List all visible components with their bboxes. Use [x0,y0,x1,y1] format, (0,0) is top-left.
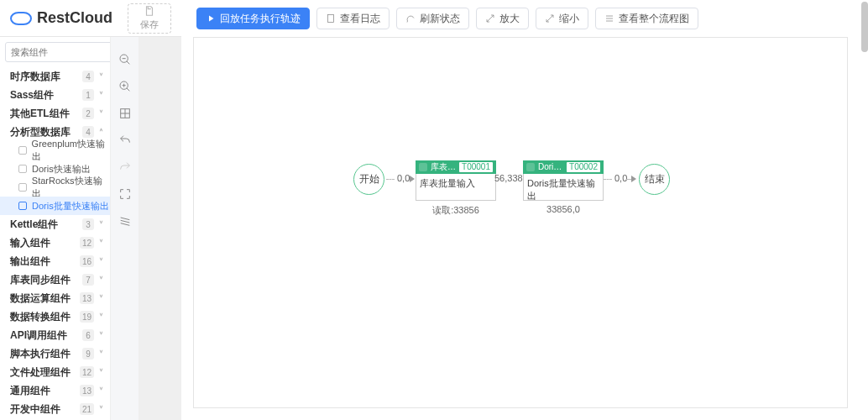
group-count: 1 [82,89,94,101]
sidebar-item[interactable]: Greenplum快速输出 [0,141,110,160]
group-count: 7 [82,274,94,286]
sidebar-group-head[interactable]: 库表同步组件7˅ [0,270,110,289]
group-title: 开发中组件 [10,402,80,417]
grid-icon[interactable] [118,213,133,228]
sidebar-group-head[interactable]: 开发中组件21˅ [0,400,110,418]
undo-icon[interactable] [118,133,133,148]
zoom-in-icon[interactable] [118,79,133,94]
group-title: 时序数据库 [10,70,82,84]
sidebar-item-label: Doris快速输出 [32,163,91,176]
sidebar-group-head[interactable]: API调用组件6˅ [0,326,110,344]
chevron-down-icon: ˅ [99,294,103,303]
sidebar-item-label: Doris批量快速输出 [32,200,109,213]
group-title: 文件处理组件 [10,365,80,380]
save-label: 保存 [140,18,159,31]
redo-icon[interactable] [118,160,133,175]
chevron-down-icon: ˅ [99,72,103,81]
svg-line-12 [120,218,129,220]
sidebar-group: 分析型数据库4˄Greenplum快速输出Doris快速输出StarRocks快… [0,123,110,215]
arrow-icon [631,176,636,182]
chevron-down-icon: ˅ [99,331,103,340]
whole-label: 查看整个流程图 [619,12,689,26]
canvas-toolbar: 回放任务执行轨迹 查看日志 刷新状态 放大 缩小 查看整个流程图 [181,0,868,37]
zoomin-button[interactable]: 放大 [476,8,529,29]
component-icon [18,165,27,173]
group-title: 数据运算组件 [10,291,80,306]
sidebar-group: 其他ETL组件2˅ [0,104,110,123]
task2-node[interactable]: Doris批量... T00002 Doris批量快速输出 33856,0 [523,160,604,214]
sidebar-group-head[interactable]: 通用组件13˅ [0,381,110,400]
task1-title: 库表批量输... [431,161,456,173]
sidebar-item[interactable]: Doris批量快速输出 [0,197,110,215]
sidebar-item[interactable]: StarRocks快速输出 [0,178,110,197]
sidebar-group-head[interactable]: 输入组件12˅ [0,234,110,252]
svg-line-13 [120,220,129,223]
zoomout-label: 缩小 [559,12,579,26]
group-count: 6 [82,329,94,341]
task2-title: Doris批量... [538,161,563,173]
replay-button[interactable]: 回放任务执行轨迹 [196,8,310,29]
group-title: 通用组件 [10,384,80,398]
sidebar-group: 输入组件12˅ [0,234,110,252]
chevron-up-icon: ˄ [99,128,103,137]
expand-icon [485,13,495,24]
sidebar-group-head[interactable]: Kettle组件3˅ [0,215,110,234]
sidebar-group: 库表同步组件7˅ [0,270,110,289]
group-count: 12 [80,366,94,378]
sidebar-sublist: Greenplum快速输出Doris快速输出StarRocks快速输出Doris… [0,141,110,215]
replay-label: 回放任务执行轨迹 [220,12,301,26]
sidebar-group: 脚本执行组件9˅ [0,344,110,363]
sidebar-group-head[interactable]: 数据转换组件19˅ [0,307,110,326]
zoom-out-icon[interactable] [118,52,133,67]
log-label: 查看日志 [340,12,380,26]
fullscreen-icon[interactable] [118,186,133,202]
zoomout-button[interactable]: 缩小 [536,8,588,29]
main-area: 回放任务执行轨迹 查看日志 刷新状态 放大 缩小 查看整个流程图 开始 0,0 [181,0,868,420]
task1-body: 库表批量输入 [416,174,496,201]
task1-node[interactable]: 库表批量输... T00001 库表批量输入 读取:33856 [416,160,496,217]
chevron-down-icon: ˅ [99,257,103,266]
svg-line-8 [127,88,129,91]
group-count: 12 [80,237,94,249]
file-icon [326,13,336,24]
start-label: 开始 [359,172,379,186]
sidebar-group-head[interactable]: 其他ETL组件2˅ [0,104,110,123]
search-input[interactable] [5,42,111,62]
task2-foot: 33856,0 [523,204,604,214]
group-title: 库表同步组件 [10,273,82,287]
sidebar-group: 文件处理组件12˅ [0,363,110,381]
flow-canvas[interactable]: 开始 0,0 库表批量输... T00001 库表批量输入 读取:33856 5… [193,37,848,408]
sidebar-group-head[interactable]: 时序数据库4˅ [0,67,110,86]
sidebar-group: 数据运算组件13˅ [0,289,110,307]
sidebar-group-head[interactable]: 脚本执行组件9˅ [0,344,110,363]
group-title: 分析型数据库 [10,125,82,139]
group-count: 4 [82,71,94,82]
chevron-down-icon: ˅ [99,109,103,118]
save-button[interactable]: 保存 [128,3,171,34]
whole-button[interactable]: 查看整个流程图 [595,8,698,29]
group-count: 9 [82,348,94,360]
log-button[interactable]: 查看日志 [316,8,390,29]
edge3-label: 0,0 [614,173,627,183]
sidebar-group-head[interactable]: 输出组件16˅ [0,252,110,270]
zoomin-label: 放大 [499,12,520,26]
vertical-scrollbar[interactable] [861,2,868,52]
sidebar-group-head[interactable]: 文件处理组件12˅ [0,363,110,381]
task-icon [526,163,535,171]
svg-line-4 [127,61,129,64]
sidebar-group-head[interactable]: Sass组件1˅ [0,86,110,104]
fit-icon[interactable] [118,106,133,121]
cloud-icon [10,12,32,25]
component-icon [18,202,27,210]
sidebar-group-head[interactable]: 数据运算组件13˅ [0,289,110,307]
sidebar-group: 数据转换组件19˅ [0,307,110,326]
edge-dash [386,179,395,180]
group-title: 数据转换组件 [10,310,80,324]
refresh-button[interactable]: 刷新状态 [396,8,469,29]
chevron-down-icon: ˅ [99,91,103,100]
svg-line-14 [120,223,129,226]
start-node[interactable]: 开始 [353,164,384,195]
end-node[interactable]: 结束 [639,164,670,195]
chevron-down-icon: ˅ [99,349,103,359]
group-title: Sass组件 [10,88,82,102]
